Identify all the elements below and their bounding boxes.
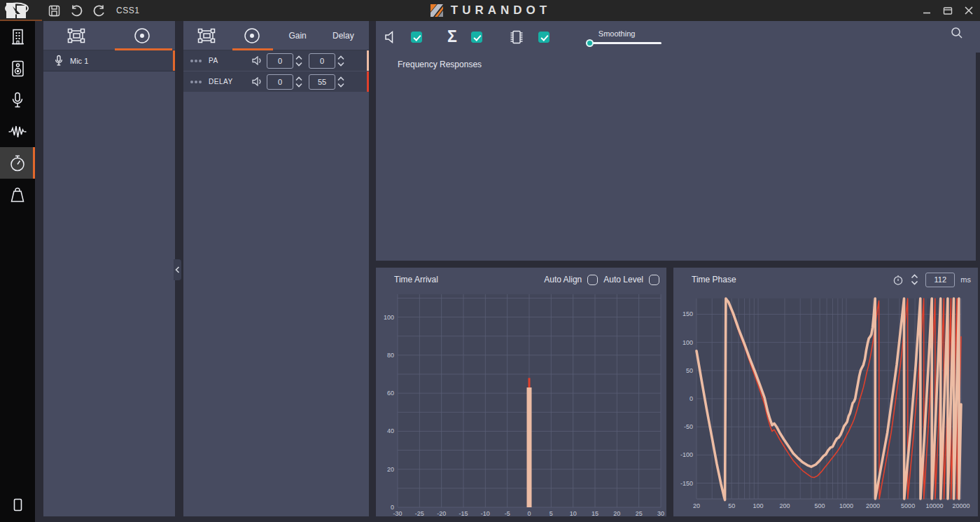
auto-align-checkbox[interactable] [587,275,598,285]
svg-text:100: 100 [384,314,394,321]
delay-ms-stepper[interactable] [909,271,920,288]
delay-input[interactable] [309,53,335,69]
brand: TURANDOT [0,0,980,21]
tab-mic-geometry[interactable] [43,21,109,50]
svg-text:-10: -10 [481,510,490,516]
title-bar: CSS1 TURANDOT [0,0,980,21]
time-arrival-chart[interactable]: 020406080100-30-25-20-15-10-505101520253… [376,268,666,516]
svg-text:-5: -5 [505,510,510,516]
auto-level-label: Auto Level [603,275,643,284]
maximize-button[interactable] [942,5,953,16]
frequency-responses-title: Frequency Responses [398,60,482,69]
frequency-responses-panel: Frequency Responses [376,53,976,261]
rail-item-microphones[interactable] [0,84,35,116]
gain-input[interactable] [267,74,293,90]
undo-button[interactable] [69,3,84,18]
delay-stepper[interactable] [335,74,346,90]
channel-row-delay: DELAY [183,71,369,92]
svg-text:20: 20 [613,510,620,516]
svg-text:-20: -20 [437,510,446,516]
delay-time-icon [893,275,903,285]
rail-item-venue[interactable] [0,21,35,53]
channel-color-stripe [367,50,369,71]
app-window: CSS1 TURANDOT [0,0,980,522]
delay-ms-input[interactable] [925,273,955,287]
channel-label: PA [209,57,252,64]
waveform-icon [8,125,27,139]
speakers-visibility-checkbox[interactable] [411,32,422,43]
svg-text:2000: 2000 [866,502,880,509]
time-phase-chart[interactable]: -150-100-5005010015020501002005001000200… [673,268,978,516]
sum-icon: Σ [447,29,457,45]
channel-label: DELAY [209,78,252,85]
tab-mic-list[interactable] [109,21,175,50]
search-button[interactable] [951,27,963,39]
row-menu-icon[interactable] [190,60,203,62]
gain-stepper[interactable] [293,53,304,69]
rail-item-alignment[interactable] [0,147,35,179]
svg-text:50: 50 [686,367,693,374]
rail-item-speakers[interactable] [0,53,35,84]
gain-input[interactable] [267,53,293,69]
close-button[interactable] [963,5,974,16]
tab-channel-list[interactable] [229,21,274,50]
side-panel-icon [13,498,22,511]
weight-icon [10,187,25,202]
speaker-volume-icon [252,77,262,86]
auto-align-label: Auto Align [544,275,582,284]
gain-column-header: Gain [275,31,321,41]
rail-item-weighting[interactable] [0,179,35,210]
svg-text:20000: 20000 [952,502,969,509]
channel-color-stripe [367,71,369,92]
channel-mute-button[interactable] [252,77,262,86]
rail-item-measure[interactable] [0,116,35,147]
redo-button[interactable] [91,3,106,18]
channel-panel: Gain Delay PA DELA [183,21,369,516]
svg-text:10: 10 [570,510,577,516]
panel-toggle-button[interactable] [0,491,35,518]
microphone-icon [11,92,24,109]
app-logo-icon[interactable] [4,1,31,20]
svg-text:-30: -30 [393,510,402,516]
speaker-icon [11,60,24,77]
minimize-button[interactable] [921,5,932,16]
sum-visibility-checkbox[interactable] [471,32,482,43]
svg-text:-25: -25 [415,510,424,516]
stopwatch-icon [10,155,25,172]
time-phase-title: Time Phase [692,275,736,284]
smoothing-slider-thumb[interactable] [586,39,594,47]
processor-icon [509,29,524,45]
svg-text:500: 500 [815,502,825,509]
time-phase-panel: -150-100-5005010015020501002005001000200… [673,268,978,516]
mic-label: Mic 1 [70,57,88,65]
svg-text:20: 20 [387,466,394,473]
svg-text:-15: -15 [458,510,468,516]
svg-text:15: 15 [592,510,598,516]
svg-text:50: 50 [728,502,735,509]
processor-visibility-checkbox[interactable] [538,32,550,43]
mic-list-item[interactable]: Mic 1 [43,50,175,71]
svg-text:25: 25 [636,510,643,516]
row-menu-icon[interactable] [190,81,203,83]
gain-stepper[interactable] [293,74,304,90]
delay-column-header: Delay [321,31,366,41]
speakers-visibility-icon [384,31,397,43]
chevron-left-icon [175,266,180,273]
svg-text:0: 0 [527,510,531,516]
microphone-icon [55,55,63,67]
mic-list-panel: Mic 1 [43,21,175,516]
svg-text:-50: -50 [684,423,693,430]
save-button[interactable] [46,3,62,18]
collapse-panel-button[interactable] [174,259,181,280]
svg-text:-100: -100 [680,451,693,458]
svg-text:100: 100 [682,339,693,346]
left-rail [0,21,35,522]
svg-text:150: 150 [682,310,693,317]
auto-level-checkbox[interactable] [649,275,659,285]
delay-input[interactable] [309,74,335,90]
brand-mark-icon [429,3,444,18]
channel-mute-button[interactable] [252,56,262,65]
smoothing-slider[interactable] [586,42,662,44]
tab-channel-geometry[interactable] [183,21,229,50]
delay-stepper[interactable] [335,53,346,69]
